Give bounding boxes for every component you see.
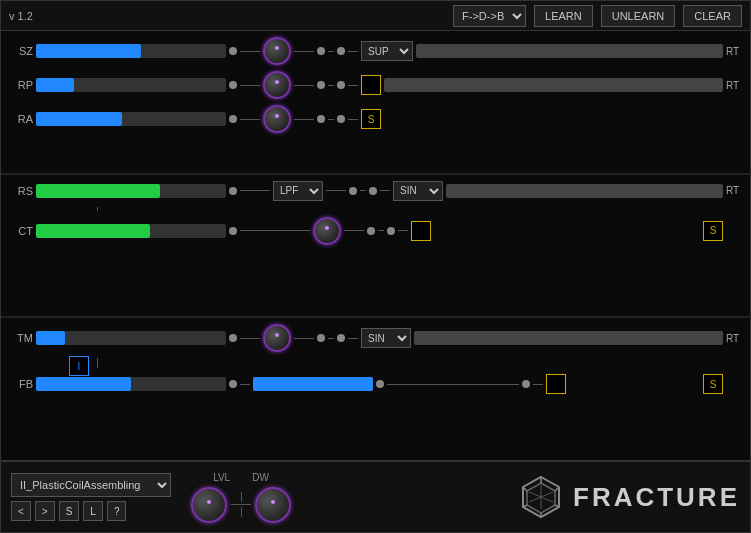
save-preset-button[interactable]: S: [59, 501, 80, 521]
routing-select[interactable]: F->D->B: [453, 5, 526, 27]
lvl-dw-labels: LVL DW: [213, 472, 269, 483]
sz-right-slider[interactable]: [416, 44, 723, 58]
sz-connector2: [294, 51, 314, 52]
sz-slider[interactable]: [36, 44, 226, 58]
ct-knob-dot: [325, 226, 329, 230]
ra-dot3: [337, 115, 345, 123]
unlearn-button[interactable]: UNLEARN: [601, 5, 676, 27]
version-label: v 1.2: [9, 10, 33, 22]
sz-knob[interactable]: [263, 37, 291, 65]
ra-s-label[interactable]: S: [361, 109, 381, 129]
ra-gap: [328, 119, 334, 120]
knob-vline2: [241, 507, 242, 517]
ct-slider-dot: [229, 227, 237, 235]
sz-slider-dot: [229, 47, 237, 55]
ct-s-label[interactable]: S: [703, 221, 723, 241]
ra-knob[interactable]: [263, 105, 291, 133]
rs-slider[interactable]: [36, 184, 226, 198]
tm-connector: [240, 338, 260, 339]
logo-text: FRACTURE: [573, 482, 740, 513]
ra-row: RA S: [9, 105, 742, 133]
load-preset-button[interactable]: L: [83, 501, 103, 521]
sz-gap: [328, 51, 334, 52]
rp-row: RP RT: [9, 71, 742, 99]
next-preset-button[interactable]: >: [35, 501, 55, 521]
fb-slider2[interactable]: [253, 377, 373, 391]
sz-dot2: [317, 47, 325, 55]
bottom-bar: II_PlasticCoilAssembling < > S L ? LVL D…: [1, 460, 750, 532]
rs-gap: [360, 190, 366, 191]
rp-right-slider[interactable]: [384, 78, 723, 92]
ct-knob[interactable]: [313, 217, 341, 245]
rs-connector3: [380, 190, 390, 191]
learn-button[interactable]: LEARN: [534, 5, 593, 27]
fb-row: FB S: [9, 374, 742, 394]
tm-slider[interactable]: [36, 331, 226, 345]
preset-btns: < > S L ?: [11, 501, 171, 521]
rp-slider[interactable]: [36, 78, 226, 92]
logo-area: FRACTURE: [519, 475, 740, 519]
rp-connector3: [348, 85, 358, 86]
knob-vline1: [241, 492, 242, 502]
tm-connector2: [294, 338, 314, 339]
rp-dot2: [317, 81, 325, 89]
ct-label: CT: [9, 225, 33, 237]
ct-row: CT S: [9, 217, 742, 245]
tm-right-slider[interactable]: [414, 331, 723, 345]
lvl-knob[interactable]: [191, 487, 227, 523]
tm-connector3: [348, 338, 358, 339]
section-2: RS LPF SIN RT: [1, 175, 750, 319]
rp-connector: [240, 85, 260, 86]
ct-dot3: [387, 227, 395, 235]
tm-i-box[interactable]: I: [69, 356, 89, 376]
lvl-knob-dot: [207, 500, 211, 504]
rp-rt-label: RT: [726, 80, 742, 91]
preset-select[interactable]: II_PlasticCoilAssembling: [11, 473, 171, 497]
sz-row: SZ SUP RT: [9, 37, 742, 65]
tm-fb-vline: [97, 358, 98, 368]
rs-right-slider[interactable]: [446, 184, 723, 198]
ra-connector: [240, 119, 260, 120]
tm-sin-select[interactable]: SIN: [361, 328, 411, 348]
help-button[interactable]: ?: [107, 501, 127, 521]
fb-s-label[interactable]: S: [703, 374, 723, 394]
ra-label: RA: [9, 113, 33, 125]
rs-ct-vline: [97, 207, 98, 211]
rp-gap: [328, 85, 334, 86]
dw-knob[interactable]: [255, 487, 291, 523]
prev-preset-button[interactable]: <: [11, 501, 31, 521]
fb-label: FB: [9, 378, 33, 390]
section-1: SZ SUP RT: [1, 31, 750, 175]
tm-rt-label: RT: [726, 333, 742, 344]
fb-slider[interactable]: [36, 377, 226, 391]
dw-knob-dot: [271, 500, 275, 504]
fb-connector: [240, 384, 250, 385]
knob-hline: [231, 504, 251, 505]
ct-connector: [240, 230, 310, 231]
tm-slider-dot: [229, 334, 237, 342]
rs-sin-select[interactable]: SIN: [393, 181, 443, 201]
knob-connector: [231, 492, 251, 517]
rp-slider-dot: [229, 81, 237, 89]
tm-knob[interactable]: [263, 324, 291, 352]
clear-button[interactable]: CLEAR: [683, 5, 742, 27]
tm-dot2: [317, 334, 325, 342]
ct-slider[interactable]: [36, 224, 226, 238]
sz-select[interactable]: SUP: [361, 41, 413, 61]
tm-label: TM: [9, 332, 33, 344]
preset-area: II_PlasticCoilAssembling < > S L ?: [11, 473, 171, 521]
ra-connector2: [294, 119, 314, 120]
rp-knob-dot: [275, 80, 279, 84]
fracture-logo-icon: [519, 475, 563, 519]
ct-connector2: [344, 230, 364, 231]
main-container: v 1.2 F->D->B LEARN UNLEARN CLEAR SZ: [0, 0, 751, 533]
tm-row: TM SIN RT: [9, 324, 742, 352]
section-3: TM SIN RT: [1, 318, 750, 460]
ra-dot2: [317, 115, 325, 123]
ra-knob-dot: [275, 114, 279, 118]
sz-rt-label: RT: [726, 46, 742, 57]
ra-slider[interactable]: [36, 112, 226, 126]
rp-knob[interactable]: [263, 71, 291, 99]
fb-yellow-box: [546, 374, 566, 394]
rs-lpf-select[interactable]: LPF: [273, 181, 323, 201]
